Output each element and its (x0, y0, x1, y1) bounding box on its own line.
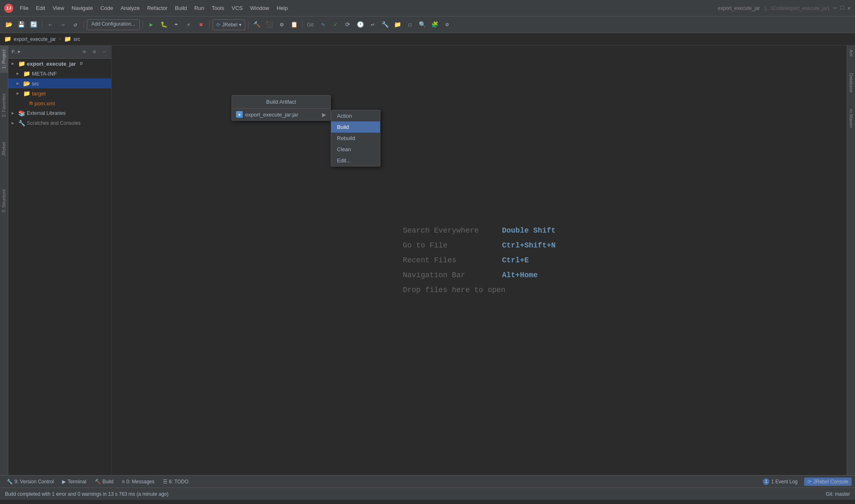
menu-tools[interactable]: Tools (208, 4, 227, 12)
todo-tab[interactable]: ☰ 6: TODO (160, 478, 192, 486)
structure-tab[interactable]: 3: Structure (0, 185, 8, 217)
breadcrumb-project[interactable]: export_execute_jar (14, 36, 56, 42)
tree-target[interactable]: ▶ 📁 target (8, 88, 111, 98)
jrebel-console-button[interactable]: ⟳ JRebel Console (804, 478, 852, 486)
sync-button[interactable]: 🔄 (28, 19, 39, 30)
menu-analyze[interactable]: Analyze (117, 4, 143, 12)
sidebar-scope-button[interactable]: ⊕ (81, 48, 88, 56)
todo-label: 6: TODO (169, 479, 189, 485)
menu-view[interactable]: View (49, 4, 67, 12)
project-tree-panel: P...▾ ⊕ ⚙ − ▶ 📁 export_execute_jar D ▶ 📁… (8, 45, 112, 475)
sidebar-gear-button[interactable]: ⚙ (91, 48, 98, 56)
ext-lib-icon: 📚 (18, 110, 25, 117)
submenu-build[interactable]: Build (331, 121, 380, 133)
tree-label-scratches: Scratches and Consoles (27, 120, 81, 126)
todo-icon: ☰ (163, 479, 167, 485)
no-power-button[interactable]: ⊘ (442, 19, 452, 30)
plugins-button[interactable]: 🧩 (429, 19, 440, 30)
project-view-button[interactable]: 📁 (392, 19, 403, 30)
window-controls[interactable]: ─ □ ✕ (834, 5, 851, 12)
git-history-button[interactable]: 🕐 (355, 19, 365, 30)
drop-files-row: Drop files here to open (403, 286, 556, 294)
nav-bar-shortcut: Alt+Home (502, 271, 537, 279)
menu-build[interactable]: Build (172, 4, 190, 12)
submenu-clean[interactable]: Clean (331, 144, 380, 155)
right-panel-tabs: Ant Database m Maven (847, 45, 855, 475)
tree-external-libraries[interactable]: ▶ 📚 External Libraries (8, 108, 111, 118)
run-configuration-dropdown[interactable]: Add Configuration... (87, 19, 140, 30)
stop2-button[interactable]: ⬛ (264, 19, 275, 30)
tree-pom-xml[interactable]: ▶ m pom.xml (8, 98, 111, 108)
tree-scratches[interactable]: ▶ 🔧 Scratches and Consoles (8, 118, 111, 128)
search-everywhere-button[interactable]: 🔍 (417, 19, 428, 30)
git-commit-button[interactable]: ✎ (318, 19, 328, 30)
database-tab[interactable]: Database (847, 69, 855, 97)
vcs-button[interactable]: 📋 (289, 19, 299, 30)
menu-help[interactable]: Help (273, 4, 291, 12)
project-icon: 📁 (18, 60, 25, 67)
submenu-edit[interactable]: Edit... (331, 155, 380, 166)
submenu-action[interactable]: Action (331, 110, 380, 121)
build-tab-icon: 🔨 (95, 479, 101, 485)
maximize-button[interactable]: □ (841, 5, 844, 12)
tree-root-project[interactable]: ▶ 📁 export_execute_jar D (8, 59, 111, 69)
menu-window[interactable]: Window (247, 4, 272, 12)
debug-button[interactable]: 🐛 (158, 19, 169, 30)
terminal-label: Terminal (67, 479, 86, 485)
menu-file[interactable]: File (17, 4, 32, 12)
breadcrumb-src[interactable]: src (74, 36, 80, 42)
profile-button[interactable]: ⚡ (183, 19, 194, 30)
menu-run[interactable]: Run (191, 4, 208, 12)
notification-badge: 1 (763, 478, 769, 485)
terminal-tab[interactable]: ▶ Terminal (59, 478, 89, 486)
git-check-button[interactable]: ✓ (330, 19, 341, 30)
terminal-icon: ▶ (62, 479, 66, 485)
maven-tab[interactable]: m Maven (847, 105, 855, 132)
sidebar-minimize-button[interactable]: − (100, 48, 108, 56)
revert-button[interactable]: ↺ (70, 19, 81, 30)
coverage-button[interactable]: ☂ (171, 19, 182, 30)
project-tab[interactable]: 1: Project (0, 45, 8, 73)
stop-button[interactable]: ■ (196, 19, 206, 30)
artifact-name-label: export_execute_jar:jar (245, 112, 299, 118)
tree-label-pom: pom.xml (34, 100, 55, 107)
git-update-button[interactable]: ⟳ (342, 19, 353, 30)
toolbar-sep-1 (42, 21, 42, 29)
favorites-tab[interactable]: 2: Favorites (0, 89, 8, 121)
forward-button[interactable]: → (57, 19, 68, 30)
save-button[interactable]: 💾 (16, 19, 26, 30)
build-tab[interactable]: 🔨 Build (91, 478, 117, 486)
menu-navigate[interactable]: Navigate (68, 4, 96, 12)
artifact-item-jar[interactable]: ◈ export_execute_jar:jar ▶ (232, 109, 330, 120)
event-log-button[interactable]: 1 1 Event Log (759, 477, 801, 486)
submenu-arrow-icon: ▶ (322, 112, 326, 118)
main-toolbar: 📂 💾 🔄 ← → ↺ Add Configuration... ▶ 🐛 ☂ ⚡… (0, 17, 855, 33)
main-layout: 1: Project 2: Favorites JRebel 3: Struct… (0, 45, 855, 475)
git-wrench-button[interactable]: 🔧 (380, 19, 390, 30)
tree-meta-inf[interactable]: ▶ 📁 META-INF (8, 69, 111, 78)
back-button[interactable]: ← (45, 19, 56, 30)
breadcrumb: 📁 export_execute_jar › 📁 src (0, 33, 855, 45)
toolbar-sep-4 (209, 21, 210, 29)
jrebel-dropdown[interactable]: ⟳ JRebel ▾ (213, 19, 245, 30)
build-button[interactable]: 🔨 (251, 19, 262, 30)
menu-refactor[interactable]: Refactor (144, 4, 171, 12)
menu-edit[interactable]: Edit (33, 4, 48, 12)
settings-button[interactable]: ⚙ (276, 19, 287, 30)
menu-code[interactable]: Code (97, 4, 117, 12)
run-button[interactable]: ▶ (146, 19, 157, 30)
menu-vcs[interactable]: VCS (228, 4, 246, 12)
target-folder-icon: 📁 (23, 90, 30, 97)
ide-settings-button[interactable]: ☐ (404, 19, 415, 30)
messages-tab[interactable]: ≡ 0: Messages (118, 478, 158, 486)
submenu-rebuild[interactable]: Rebuild (331, 133, 380, 144)
tree-label-module: D (80, 61, 83, 66)
jrebel-tab[interactable]: JRebel (0, 138, 8, 160)
minimize-button[interactable]: ─ (834, 5, 838, 12)
open-folder-button[interactable]: 📂 (3, 19, 14, 30)
tree-src[interactable]: ▶ 📂 src (8, 78, 111, 88)
ant-tab[interactable]: Ant (847, 45, 855, 61)
close-button[interactable]: ✕ (848, 5, 851, 12)
version-control-tab[interactable]: 🔧 9: Version Control (3, 478, 57, 486)
git-revert-button[interactable]: ↩ (367, 19, 378, 30)
